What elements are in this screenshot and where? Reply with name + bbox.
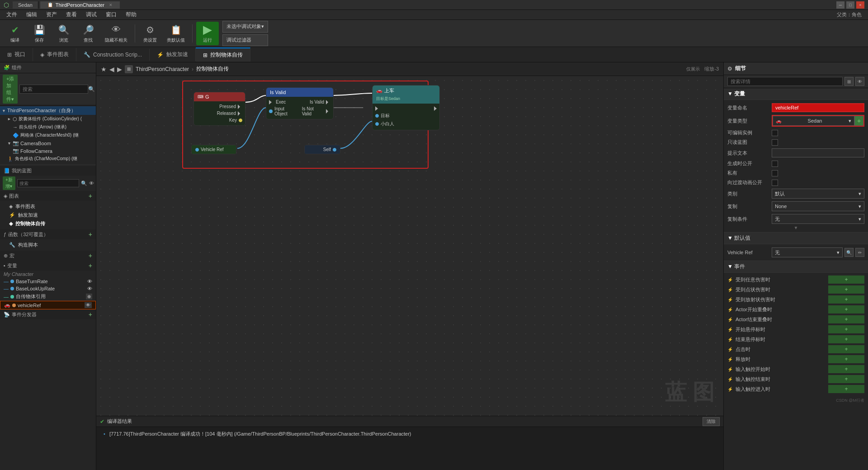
event-input-touch-begin-add-btn[interactable]: + — [828, 365, 864, 373]
hide-button[interactable]: 👁 隐藏不相关 — [101, 22, 131, 45]
event-input-touch-end-add-btn[interactable]: + — [828, 375, 864, 383]
add-function-button[interactable]: + — [89, 231, 92, 238]
sedan-tab[interactable]: Sedan — [13, 1, 38, 9]
tab-construction-script[interactable]: 🔧 Construction Scrip... — [76, 49, 150, 61]
graph-control-vehicle[interactable]: ◈ 控制物体自传 — [4, 219, 92, 228]
menu-help[interactable]: 帮助 — [121, 10, 141, 19]
class-defaults-button[interactable]: 📋 类默认值 — [163, 22, 189, 45]
vehicle-ref-node[interactable]: Vehicle Ref — [191, 145, 236, 154]
blueprint-search-input[interactable] — [17, 179, 79, 187]
minimize-btn[interactable]: ─ — [836, 1, 844, 9]
browse-button[interactable]: 🔍 浏览 — [52, 22, 75, 45]
function-construct[interactable]: 🔧 构造脚本 — [4, 241, 92, 249]
event-point-damage-add-btn[interactable]: + — [828, 285, 864, 294]
replication-select-box[interactable]: None ▾ — [772, 201, 864, 211]
details-eye-btn[interactable]: 👁 — [855, 77, 864, 86]
editable-instance-checkbox[interactable] — [772, 130, 778, 136]
g-node[interactable]: ⌨ G Pressed Released Key — [193, 92, 245, 126]
is-valid-node[interactable]: Is Valid Exec Is Valid Input Object — [266, 87, 334, 119]
rep-condition-dropdown[interactable]: 无 ▾ — [772, 214, 864, 224]
category-select-box[interactable]: 默认 ▾ — [772, 189, 864, 199]
tree-item-mesh[interactable]: 🔷 网格体 (CharacterMesh0) (继 — [0, 131, 96, 139]
compile-button[interactable]: ✔ 编译 — [4, 22, 26, 45]
debug-filter-dropdown[interactable]: 调试过滤器 — [222, 34, 268, 46]
functions-section-header[interactable]: ƒ 函数（32可覆盖） + — [0, 229, 96, 239]
event-input-touch-enter-add-btn[interactable]: + — [828, 385, 864, 393]
menu-debug[interactable]: 调试 — [81, 10, 101, 19]
var-type-plus-btn[interactable]: + — [854, 116, 863, 126]
menu-window[interactable]: 窗口 — [101, 10, 121, 19]
details-grid-view-btn[interactable]: ⊞ — [844, 77, 854, 86]
variables-section-header[interactable]: ▪ 变量 + — [0, 261, 96, 271]
rep-condition-select-box[interactable]: 无 ▾ — [772, 214, 864, 224]
tree-item-arrow[interactable]: → 前头组件 (Arrow) (继承) — [0, 123, 96, 131]
tab-event-graph[interactable]: ◈ 事件图表 — [33, 48, 76, 61]
tree-item-char-movement[interactable]: 🚶 角色移动 (CharMoveComp) (继 — [0, 155, 96, 163]
run-button[interactable]: ▶ 运行 — [196, 22, 219, 45]
event-released-add-btn[interactable]: + — [828, 355, 864, 363]
var-type-dropdown[interactable]: 🚗 Sedan ▾ + — [772, 115, 864, 127]
add-event-dispatcher-button[interactable]: + — [89, 311, 92, 318]
debug-target-dropdown[interactable]: 未选中调试对象▾ — [222, 21, 268, 33]
tree-item-followcam[interactable]: 📷 FollowCamera — [0, 147, 96, 155]
spawn-public-checkbox[interactable] — [772, 161, 778, 167]
menu-assets[interactable]: 资产 — [42, 10, 61, 19]
read-only-checkbox[interactable] — [772, 139, 778, 146]
add-macro-button[interactable]: + — [89, 252, 92, 259]
breadcrumb-forward-icon[interactable]: ▶ — [117, 66, 122, 73]
macros-section-header[interactable]: ⊕ 宏 + — [0, 251, 96, 261]
details-search-input[interactable] — [727, 77, 843, 86]
new-blueprint-button[interactable]: +新增▾ — [3, 176, 15, 190]
tree-item-root[interactable]: ▼ ThirdPersonCharacter（自身） — [0, 106, 96, 115]
menu-edit[interactable]: 编辑 — [22, 10, 42, 19]
breadcrumb-back-icon[interactable]: ◀ — [109, 66, 114, 73]
close-tab-icon[interactable]: ✕ — [109, 3, 113, 7]
category-dropdown[interactable]: 默认 ▾ — [772, 189, 864, 199]
maximize-btn[interactable]: □ — [846, 1, 854, 9]
events-section-header[interactable]: ▼ 事件 — [724, 261, 868, 273]
replication-dropdown[interactable]: None ▾ — [772, 201, 864, 211]
event-begin-cursor-over-add-btn[interactable]: + — [828, 325, 864, 333]
event-dispatchers-header[interactable]: 📡 事件分发器 + — [0, 309, 96, 319]
close-btn[interactable]: × — [856, 1, 864, 9]
var-vehicle-ref-obj[interactable]: — 自传物体引用 ⊕ — [0, 292, 96, 301]
event-actor-end-overlap-add-btn[interactable]: + — [828, 315, 864, 323]
add-component-button[interactable]: +添加组件▾ — [3, 75, 18, 104]
default-value-header[interactable]: ▼ 默认值 — [724, 232, 868, 244]
tab-control-vehicle[interactable]: ⊞ 控制物体自传 — [196, 47, 250, 62]
self-node[interactable]: Self — [304, 145, 340, 154]
blueprint-eye-icon[interactable]: 👁 — [89, 180, 94, 186]
expose-cinema-checkbox[interactable] — [772, 180, 778, 186]
var-type-select-box[interactable]: 🚗 Sedan ▾ — [773, 116, 854, 126]
default-var-select[interactable]: 无 ▾ — [772, 247, 843, 257]
var-base-lookup-rate[interactable]: — BaseLookUpRate 👁 — [0, 285, 96, 292]
tooltip-input[interactable] — [772, 148, 864, 157]
event-clicked-add-btn[interactable]: + — [828, 345, 864, 353]
default-var-edit-btn[interactable]: ✏ — [855, 248, 864, 257]
private-checkbox[interactable] — [772, 170, 778, 176]
event-any-damage-add-btn[interactable]: + — [828, 275, 864, 284]
tab-viewport[interactable]: ⊞ 视口 — [0, 48, 33, 61]
add-graph-button[interactable]: + — [89, 192, 92, 199]
class-settings-button[interactable]: ⚙ 类设置 — [139, 22, 161, 45]
blueprint-search-icon[interactable]: 🔍 — [81, 180, 87, 186]
add-variable-button[interactable]: + — [89, 262, 92, 269]
character-tab[interactable]: 📋 ThirdPersonCharacter ✕ — [40, 1, 120, 9]
var-name-input[interactable] — [772, 103, 864, 112]
tree-item-cameraboom[interactable]: ▼ 📷 CameraBoom — [0, 139, 96, 147]
save-button[interactable]: 💾 保存 — [28, 22, 51, 45]
var-base-turn-rate[interactable]: — BaseTurnRate 👁 — [0, 278, 96, 285]
tab-trigger[interactable]: ⚡ 触发加速 — [150, 48, 196, 61]
event-end-cursor-over-add-btn[interactable]: + — [828, 335, 864, 343]
menu-view[interactable]: 查看 — [61, 10, 81, 19]
menu-file[interactable]: 文件 — [2, 10, 22, 19]
graph-trigger[interactable]: ⚡ 触发加速 — [4, 211, 92, 219]
get-in-node[interactable]: 🚗 上车 目标是Sedan 目标 — [372, 85, 440, 130]
find-button[interactable]: 🔎 查找 — [77, 22, 99, 45]
tree-item-capsule[interactable]: ► ⬡ 胶囊体组件 (CollisionCylinder) ( — [0, 115, 96, 123]
components-search-button[interactable]: 🔍 — [88, 86, 95, 92]
graphs-section-header[interactable]: ◈ 图表 + — [0, 191, 96, 201]
clear-log-button[interactable]: 清除 — [703, 417, 720, 426]
components-search-input[interactable] — [19, 85, 88, 94]
my-blueprints-header[interactable]: 📘 我的蓝图 — [0, 166, 96, 176]
